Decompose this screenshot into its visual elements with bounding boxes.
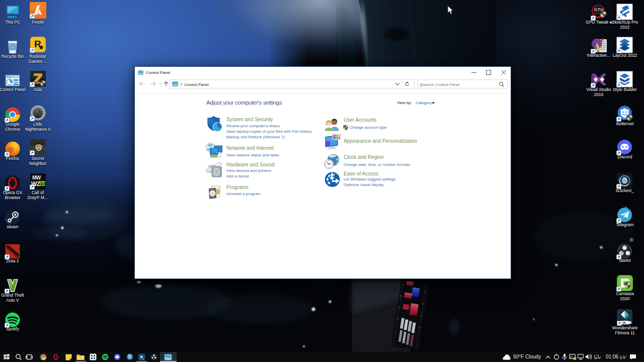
svg-text:MW: MW	[32, 175, 41, 180]
svg-text:w: w	[622, 321, 626, 324]
svg-text:2.0: 2.0	[41, 182, 46, 186]
